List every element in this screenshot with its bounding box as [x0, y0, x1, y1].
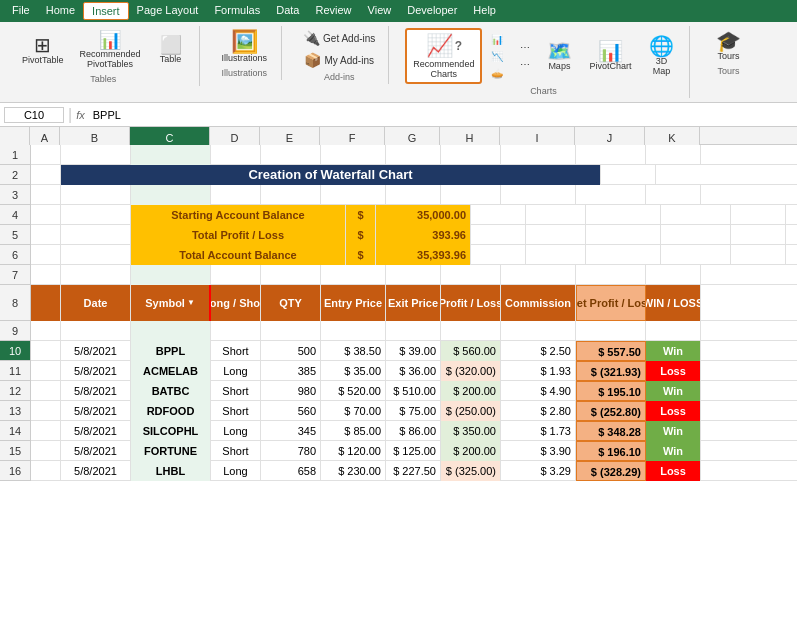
cell-symbol-10[interactable]: BPPL [131, 341, 211, 361]
cell-H3[interactable] [441, 185, 501, 205]
header-qty[interactable]: QTY [261, 285, 321, 321]
cell-A14[interactable] [31, 421, 61, 441]
table-button[interactable]: ⬜ Table [151, 33, 191, 67]
cell-G4[interactable] [471, 205, 526, 225]
cell-winloss-11[interactable]: Loss [646, 361, 701, 381]
cell-commission-10[interactable]: $ 2.50 [501, 341, 576, 361]
cell-pl-16[interactable]: $ (325.00) [441, 461, 501, 481]
cell-netpl-10[interactable]: $ 557.50 [576, 341, 646, 361]
cell-date-12[interactable]: 5/8/2021 [61, 381, 131, 401]
pivot-chart-button[interactable]: 📊 PivotChart [583, 38, 637, 74]
cell-pl-13[interactable]: $ (250.00) [441, 401, 501, 421]
cell-G6[interactable] [471, 245, 526, 265]
col-F[interactable]: F [320, 127, 385, 145]
row-16[interactable]: 16 [0, 461, 30, 481]
header-date[interactable]: Date [61, 285, 131, 321]
row-3[interactable]: 3 [0, 185, 30, 205]
cell-F1[interactable] [321, 145, 386, 165]
menu-developer[interactable]: Developer [399, 2, 465, 20]
cell-entry-16[interactable]: $ 230.00 [321, 461, 386, 481]
more-charts-button[interactable]: ⋯ [515, 57, 535, 72]
cell-D3[interactable] [211, 185, 261, 205]
header-profit-loss[interactable]: Profit / Loss [441, 285, 501, 321]
formula-input[interactable] [89, 108, 793, 122]
cell-E9[interactable] [261, 321, 321, 341]
cell-H5[interactable] [526, 225, 586, 245]
cell-exit-16[interactable]: $ 227.50 [386, 461, 441, 481]
cell-I1[interactable] [501, 145, 576, 165]
row-8[interactable]: 8 [0, 285, 30, 321]
cell-qty-10[interactable]: 500 [261, 341, 321, 361]
cell-exit-12[interactable]: $ 510.00 [386, 381, 441, 401]
cell-netpl-16[interactable]: $ (328.29) [576, 461, 646, 481]
cell-G7[interactable] [386, 265, 441, 285]
cell-I7[interactable] [501, 265, 576, 285]
cell-winloss-14[interactable]: Win [646, 421, 701, 441]
3d-map-button[interactable]: 🌐 3DMap [641, 33, 681, 79]
cell-C1[interactable] [131, 145, 211, 165]
cell-commission-12[interactable]: $ 4.90 [501, 381, 576, 401]
summary-label-2[interactable]: Total Profit / Loss [131, 225, 346, 245]
cell-K1[interactable] [646, 145, 701, 165]
cell-A6[interactable] [31, 245, 61, 265]
cell-K3[interactable] [646, 185, 701, 205]
cell-exit-15[interactable]: $ 125.00 [386, 441, 441, 461]
cell-D7[interactable] [211, 265, 261, 285]
cell-D1[interactable] [211, 145, 261, 165]
col-H[interactable]: H [440, 127, 500, 145]
summary-symbol-2[interactable]: $ [346, 225, 376, 245]
col-I[interactable]: I [500, 127, 575, 145]
cell-winloss-15[interactable]: Win [646, 441, 701, 461]
cell-netpl-15[interactable]: $ 196.10 [576, 441, 646, 461]
cell-H9[interactable] [441, 321, 501, 341]
cell-pl-11[interactable]: $ (320.00) [441, 361, 501, 381]
col-J[interactable]: J [575, 127, 645, 145]
summary-symbol-1[interactable]: $ [346, 205, 376, 225]
summary-value-3[interactable]: 35,393.96 [376, 245, 471, 265]
cell-exit-13[interactable]: $ 75.00 [386, 401, 441, 421]
row-13[interactable]: 13 [0, 401, 30, 421]
row-12[interactable]: 12 [0, 381, 30, 401]
cell-entry-11[interactable]: $ 35.00 [321, 361, 386, 381]
cell-D9[interactable] [211, 321, 261, 341]
cell-entry-15[interactable]: $ 120.00 [321, 441, 386, 461]
cell-commission-15[interactable]: $ 3.90 [501, 441, 576, 461]
cell-A10[interactable] [31, 341, 61, 361]
row-6[interactable]: 6 [0, 245, 30, 265]
cell-entry-10[interactable]: $ 38.50 [321, 341, 386, 361]
cell-J4[interactable] [661, 205, 731, 225]
header-net-profit-loss[interactable]: Net Profit / Loss [576, 285, 646, 321]
cell-J6[interactable] [661, 245, 731, 265]
recommended-pivot-button[interactable]: 📊 RecommendedPivotTables [74, 28, 147, 72]
cell-A5[interactable] [31, 225, 61, 245]
cell-B4[interactable] [61, 205, 131, 225]
cell-exit-14[interactable]: $ 86.00 [386, 421, 441, 441]
title-cell[interactable]: Creation of Waterfall Chart [61, 165, 601, 185]
get-addins-button[interactable]: 🔌 Get Add-ins [298, 28, 380, 48]
cell-A9[interactable] [31, 321, 61, 341]
menu-file[interactable]: File [4, 2, 38, 20]
pie-chart-button[interactable]: 🥧 [486, 66, 511, 81]
header-symbol[interactable]: Symbol▼ [131, 285, 211, 321]
cell-F7[interactable] [321, 265, 386, 285]
cell-I6[interactable] [586, 245, 661, 265]
my-addins-button[interactable]: 📦 My Add-ins [299, 50, 378, 70]
cell-K6[interactable] [731, 245, 786, 265]
col-B[interactable]: B [60, 127, 130, 145]
header-commission[interactable]: Commission [501, 285, 576, 321]
cell-J9[interactable] [576, 321, 646, 341]
cell-longshort-11[interactable]: Long [211, 361, 261, 381]
cell-I9[interactable] [501, 321, 576, 341]
cell-J3[interactable] [576, 185, 646, 205]
cell-A4[interactable] [31, 205, 61, 225]
cell-winloss-12[interactable]: Win [646, 381, 701, 401]
col-C[interactable]: C [130, 127, 210, 145]
row-5[interactable]: 5 [0, 225, 30, 245]
menu-home[interactable]: Home [38, 2, 83, 20]
bar-chart-button[interactable]: 📊 [486, 32, 511, 47]
illustrations-button[interactable]: 🖼️ Illustrations [216, 28, 274, 66]
cell-A15[interactable] [31, 441, 61, 461]
cell-longshort-15[interactable]: Short [211, 441, 261, 461]
row-14[interactable]: 14 [0, 421, 30, 441]
pivot-table-button[interactable]: ⊞ PivotTable [16, 32, 70, 68]
